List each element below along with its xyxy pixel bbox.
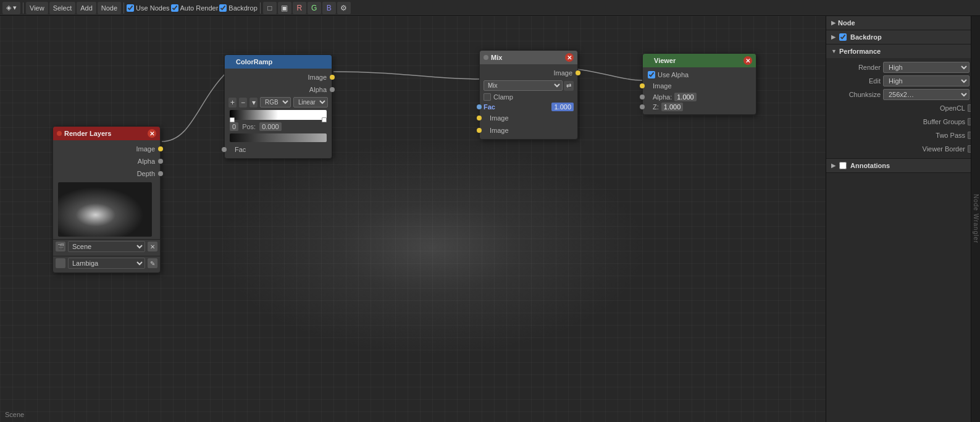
ramp-pos-value: 0.000 <box>259 122 282 131</box>
node-editor-canvas[interactable]: Render Layers ✕ Image Alpha Depth 🎬 <box>0 16 826 422</box>
separator3 <box>260 2 261 14</box>
mix-image-in2-label: Image <box>485 127 509 134</box>
scene-select[interactable]: Scene <box>68 241 145 252</box>
render-layers-node[interactable]: Render Layers ✕ Image Alpha Depth 🎬 <box>52 126 161 273</box>
ramp-marker-right[interactable] <box>322 117 327 122</box>
icon-btn-2[interactable]: ▣ <box>278 2 291 14</box>
viewer-node[interactable]: Viewer ✕ Use Alpha Image Alpha: 1.000 <box>642 53 756 115</box>
viewer-alpha-row: Alpha: 1.000 <box>643 92 756 102</box>
colorramp-node[interactable]: ColorRamp Image Alpha + − ▾ RGB Linear <box>224 54 332 159</box>
backdrop-section-header[interactable]: ▶ Backdrop <box>826 30 980 44</box>
render-quality-dropdown[interactable]: High Medium Low <box>883 62 970 73</box>
backdrop-check[interactable]: Backdrop <box>219 4 257 12</box>
add-menu[interactable]: Add <box>77 2 96 14</box>
select-menu[interactable]: Select <box>49 2 76 14</box>
separator <box>23 2 23 14</box>
auto-render-check[interactable]: Auto Render <box>171 4 219 12</box>
ramp-interpolation[interactable]: RGB <box>260 97 291 108</box>
mix-mode-select[interactable]: Mix <box>484 80 563 91</box>
annotations-section-header[interactable]: ▶ Annotations <box>826 159 980 172</box>
render-layers-layer-row: Lambiga ✎ <box>53 256 160 270</box>
viewer-border-label: Viewer Border <box>831 145 965 153</box>
colorramp-image-socket[interactable] <box>330 75 335 80</box>
viewer-alpha-label: Alpha: <box>648 93 672 101</box>
render-layers-image-socket[interactable] <box>158 146 163 151</box>
ramp-marker-left[interactable] <box>230 117 235 122</box>
edit-quality-dropdown[interactable]: High Medium Low <box>883 75 970 87</box>
viewer-alpha-socket[interactable] <box>640 95 645 99</box>
ramp-menu-btn[interactable]: ▾ <box>249 98 258 108</box>
node-menu[interactable]: Node <box>98 2 121 14</box>
editor-type-button[interactable]: ◈ ▾ <box>2 2 20 14</box>
mix-close[interactable]: ✕ <box>565 53 574 62</box>
backdrop-section-check[interactable] <box>839 33 847 41</box>
mix-clamp-label: Clamp <box>493 93 513 101</box>
annotations-section-check[interactable] <box>839 162 847 169</box>
g-btn[interactable]: G <box>308 2 321 14</box>
viewer-close[interactable]: ✕ <box>743 56 752 65</box>
ramp-mode[interactable]: Linear <box>293 97 328 108</box>
colorramp-alpha-socket[interactable] <box>330 87 335 92</box>
mix-image-out-socket[interactable] <box>576 70 580 75</box>
use-nodes-check[interactable]: Use Nodes <box>127 4 169 12</box>
mix-image-in2-row: Image <box>480 124 577 137</box>
render-layers-alpha-socket[interactable] <box>158 159 163 164</box>
backdrop-checkbox[interactable] <box>219 4 227 12</box>
viewer-header: Viewer ✕ <box>643 54 756 67</box>
two-pass-row: Two Pass <box>826 129 980 142</box>
backdrop-arrow: ▶ <box>831 34 836 40</box>
colorramp-header: ColorRamp <box>225 55 332 69</box>
viewer-use-alpha-checkbox[interactable] <box>648 71 655 78</box>
editor-arrow: ▾ <box>13 4 17 12</box>
viewer-border-row: Viewer Border <box>826 142 980 156</box>
settings-icon-btn[interactable]: ⚙ <box>337 2 351 14</box>
mix-mode-row: Mix ⇄ <box>480 79 577 92</box>
ramp-add-btn[interactable]: + <box>228 98 237 108</box>
render-layers-alpha-row: Alpha <box>53 155 160 167</box>
viewer-z-row: Z: 1.000 <box>643 102 756 112</box>
render-layers-close[interactable]: ✕ <box>148 129 156 138</box>
render-layers-scene-row: 🎬 Scene ✕ <box>53 239 160 253</box>
mix-fac-socket[interactable] <box>477 104 482 109</box>
annotations-section: ▶ Annotations <box>826 159 980 173</box>
ramp-index: 0 <box>230 122 238 131</box>
ramp-remove-btn[interactable]: − <box>239 98 247 108</box>
mix-image-in2-socket[interactable] <box>477 128 482 133</box>
colorramp-alpha-row: Alpha <box>225 83 332 96</box>
chunksize-dropdown[interactable]: 256x2… <box>883 89 970 100</box>
performance-section-header[interactable]: ▼ Performance <box>826 44 980 58</box>
mix-image-in1-row: Image <box>480 112 577 124</box>
colorramp-fac-socket[interactable] <box>222 147 227 152</box>
viewer-image-socket[interactable] <box>640 83 645 88</box>
mix-node[interactable]: Mix ✕ Image Mix ⇄ Clamp <box>479 50 578 140</box>
auto-render-checkbox[interactable] <box>171 4 178 12</box>
b-btn[interactable]: B <box>322 2 336 14</box>
mix-fac-label: Fac <box>484 103 495 111</box>
viewer-z-socket[interactable] <box>640 104 645 109</box>
mix-mode-btn[interactable]: ⇄ <box>564 81 574 91</box>
colorramp-fac-label: Fac <box>230 146 246 153</box>
mix-image-in1-socket[interactable] <box>477 116 482 120</box>
viewer-use-alpha-row: Use Alpha <box>643 70 756 80</box>
ramp-pos-label: Pos: <box>242 123 256 130</box>
viewer-title: Viewer <box>654 57 676 64</box>
r-btn[interactable]: R <box>293 2 306 14</box>
edit-quality-label: Edit <box>831 77 881 85</box>
render-layers-depth-socket[interactable] <box>158 171 163 176</box>
colorramp-body: Image Alpha + − ▾ RGB Linear <box>225 69 332 158</box>
performance-arrow: ▼ <box>831 48 837 54</box>
scene-x-btn[interactable]: ✕ <box>148 242 157 251</box>
node-arrow: ▶ <box>831 20 836 26</box>
view-menu[interactable]: View <box>26 2 48 14</box>
use-nodes-checkbox[interactable] <box>127 4 134 12</box>
render-layers-preview <box>58 182 152 237</box>
node-section: ▶ Node <box>826 16 980 30</box>
node-section-header[interactable]: ▶ Node <box>826 16 980 30</box>
buffer-groups-label: Buffer Groups <box>831 118 965 125</box>
layer-edit-btn[interactable]: ✎ <box>148 258 157 268</box>
layer-select[interactable]: Lambiga <box>68 258 145 269</box>
colorramp-controls: + − ▾ RGB Linear <box>225 96 332 109</box>
mix-clamp-check[interactable] <box>484 93 491 101</box>
viewer-alpha-value: 1.000 <box>674 93 697 101</box>
icon-btn-1[interactable]: □ <box>263 2 277 14</box>
